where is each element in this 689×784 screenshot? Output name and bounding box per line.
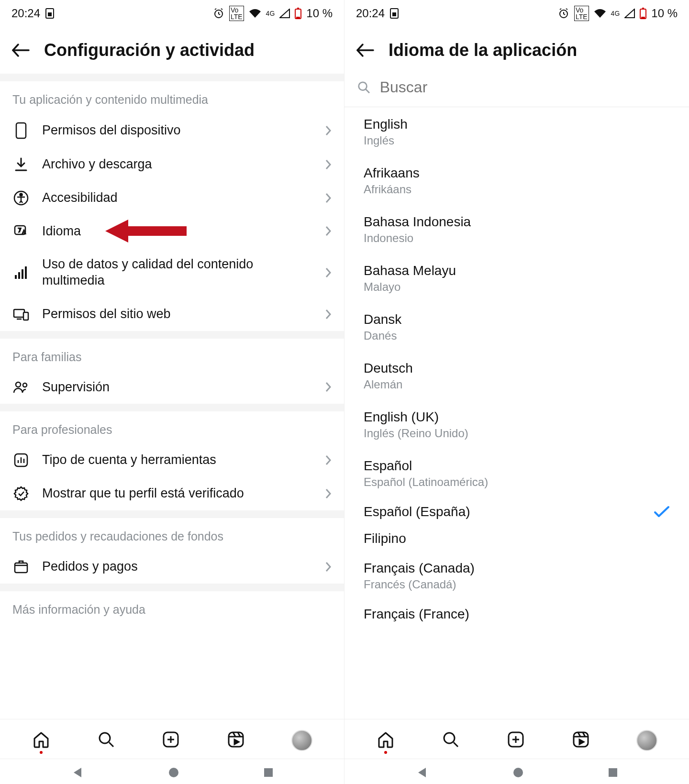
network-4g-icon: 4G — [611, 10, 620, 17]
sim-icon — [45, 8, 55, 19]
nav-search[interactable] — [441, 730, 460, 751]
language-option[interactable]: AfrikaansAfrikáans — [344, 156, 689, 205]
language-option[interactable]: DanskDanés — [344, 302, 689, 351]
plus-square-icon — [506, 730, 525, 749]
row-accessibility[interactable]: Accesibilidad — [0, 181, 344, 215]
data-usage-icon — [14, 265, 28, 280]
nav-reels[interactable] — [226, 730, 245, 751]
home-system-icon[interactable] — [168, 767, 179, 778]
svg-rect-30 — [642, 8, 644, 9]
row-account-type[interactable]: Tipo de cuenta y herramientas — [0, 443, 344, 477]
battery-percent: 10 % — [306, 7, 333, 20]
page-title: Configuración y actividad — [44, 40, 255, 60]
supervision-icon — [13, 380, 29, 394]
nav-home[interactable] — [376, 730, 395, 751]
language-local: Alemán — [364, 378, 413, 391]
row-label: Permisos del dispositivo — [42, 122, 312, 139]
language-option[interactable]: Français (France) — [344, 600, 689, 627]
svg-rect-15 — [14, 309, 24, 317]
svg-point-24 — [169, 768, 178, 777]
network-4g-icon: 4G — [266, 10, 275, 17]
svg-point-36 — [513, 768, 523, 777]
devices-icon — [13, 308, 29, 321]
language-option[interactable]: English (UK)Inglés (Reino Unido) — [344, 400, 689, 449]
language-option[interactable]: Filipino — [344, 524, 689, 551]
language-option[interactable]: Bahasa MelayuMalayo — [344, 254, 689, 302]
check-icon — [654, 506, 670, 518]
back-system-icon[interactable] — [71, 766, 84, 779]
home-notification-dot — [40, 751, 43, 754]
row-data-usage[interactable]: Uso de datos y calidad del contenido mul… — [0, 248, 344, 298]
phone-language: 20:24 VoLTE 4G 10 % Idioma de la aplicac… — [344, 0, 689, 784]
language-native: Filipino — [364, 531, 406, 546]
svg-rect-11 — [15, 275, 17, 279]
row-label: Accesibilidad — [42, 190, 312, 206]
android-nav — [344, 759, 689, 784]
language-native: Afrikaans — [364, 166, 420, 181]
section-orders-fundraisers: Tus pedidos y recaudaciones de fondos — [0, 518, 344, 550]
nav-search[interactable] — [97, 730, 116, 751]
language-native: Français (France) — [364, 607, 469, 622]
battery-icon — [640, 8, 646, 19]
language-native: Bahasa Indonesia — [364, 214, 471, 230]
recents-system-icon[interactable] — [608, 767, 618, 778]
plus-square-icon — [161, 730, 180, 749]
sim-icon — [389, 8, 399, 19]
row-verified[interactable]: Mostrar que tu perfil está verificado — [0, 477, 344, 510]
chevron-right-icon — [325, 159, 332, 170]
recents-system-icon[interactable] — [263, 767, 274, 778]
search-bar[interactable] — [344, 69, 689, 107]
app-header: Configuración y actividad — [0, 26, 344, 74]
row-language[interactable]: Idioma — [0, 215, 344, 248]
section-divider — [0, 584, 344, 591]
search-icon — [97, 730, 116, 749]
language-option[interactable]: EnglishInglés — [344, 107, 689, 156]
nav-home[interactable] — [32, 730, 51, 751]
row-label: Idioma — [42, 223, 312, 240]
nav-new-post[interactable] — [161, 730, 180, 751]
svg-rect-20 — [15, 563, 27, 573]
language-option[interactable]: DeutschAlemán — [344, 351, 689, 400]
chevron-right-icon — [325, 192, 332, 204]
nav-profile[interactable] — [291, 730, 312, 751]
language-option[interactable]: Français (Canada)Francés (Canadá) — [344, 551, 689, 600]
page-title: Idioma de la aplicación — [389, 40, 577, 60]
row-orders-payments[interactable]: Pedidos y pagos — [0, 550, 344, 584]
search-icon — [441, 730, 460, 749]
chevron-right-icon — [325, 309, 332, 320]
back-system-icon[interactable] — [415, 766, 429, 779]
chevron-right-icon — [325, 488, 332, 499]
svg-point-8 — [20, 193, 22, 196]
status-bar: 20:24 VoLTE 4G 10 % — [344, 0, 689, 26]
language-list: EnglishInglésAfrikaansAfrikáansBahasa In… — [344, 107, 689, 627]
row-device-permissions[interactable]: Permisos del dispositivo — [0, 113, 344, 148]
language-icon — [13, 223, 29, 239]
language-option[interactable]: EspañolEspañol (Latinoamérica) — [344, 449, 689, 497]
section-divider — [0, 74, 344, 81]
signal-icon — [279, 9, 290, 18]
android-nav — [0, 759, 344, 784]
row-website-permissions[interactable]: Permisos del sitio web — [0, 298, 344, 331]
nav-profile[interactable] — [636, 730, 657, 751]
svg-rect-27 — [392, 12, 396, 16]
chevron-right-icon — [325, 267, 332, 278]
home-icon — [376, 730, 395, 749]
language-option[interactable]: Español (España) — [344, 497, 689, 524]
language-option[interactable]: Bahasa IndonesiaIndonesio — [344, 205, 689, 254]
bottom-nav — [344, 719, 689, 759]
row-archive-download[interactable]: Archivo y descarga — [0, 148, 344, 181]
nav-new-post[interactable] — [506, 730, 525, 751]
back-icon[interactable] — [356, 43, 374, 57]
home-system-icon[interactable] — [512, 767, 524, 778]
language-local: Inglés (Reino Unido) — [364, 427, 468, 440]
download-icon — [14, 157, 28, 172]
alarm-icon — [213, 8, 224, 19]
row-supervision[interactable]: Supervisión — [0, 371, 344, 404]
search-input[interactable] — [380, 78, 677, 96]
svg-rect-16 — [23, 312, 28, 320]
chevron-right-icon — [325, 561, 332, 573]
svg-point-21 — [100, 733, 110, 743]
nav-reels[interactable] — [571, 730, 590, 751]
row-label: Archivo y descarga — [42, 156, 312, 173]
back-icon[interactable] — [11, 43, 30, 57]
